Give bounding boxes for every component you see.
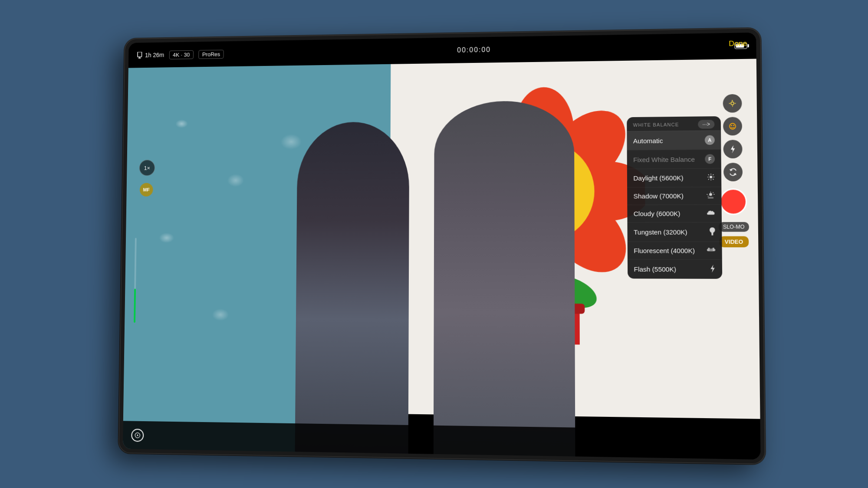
face-icon	[728, 121, 737, 130]
wb-item-fixed[interactable]: Fixed White Balance F	[627, 149, 721, 168]
tablet-screen: 1h 26m 4K · 30 ProRes 00:00:00 Done	[123, 32, 761, 459]
right-controls: SLO-MO VIDEO	[717, 94, 750, 247]
svg-rect-0	[138, 52, 142, 57]
wb-fixed-badge: F	[705, 154, 715, 164]
record-button[interactable]	[720, 188, 747, 215]
svg-line-25	[708, 174, 709, 175]
storage-icon	[137, 52, 142, 59]
storage-time: 1h 26m	[145, 51, 164, 58]
wb-title: WHITE BALANCE	[633, 122, 679, 128]
exposure-button[interactable]	[723, 94, 742, 112]
svg-point-20	[710, 176, 712, 178]
resolution-badge: 4K · 30	[169, 50, 193, 59]
svg-point-48	[733, 125, 735, 126]
wb-header: WHITE BALANCE ···>	[627, 116, 721, 131]
svg-line-27	[708, 179, 709, 180]
prores-badge: ProRes	[198, 49, 224, 59]
svg-point-29	[709, 193, 712, 196]
wb-flash-label: Flash (5500K)	[634, 265, 706, 273]
svg-marker-50	[137, 434, 138, 436]
white-balance-panel: WHITE BALANCE ···> Automatic A Fixed Whi…	[627, 116, 722, 278]
storage-indicator: 1h 26m	[137, 51, 164, 58]
flash-icon	[729, 144, 736, 153]
zoom-badge[interactable]: 1×	[139, 160, 155, 176]
exposure-icon	[728, 99, 737, 108]
svg-line-34	[708, 196, 709, 197]
wb-item-cloudy[interactable]: Cloudy (6000K)	[627, 204, 722, 222]
person-left-silhouette	[295, 121, 409, 454]
wb-daylight-icon	[707, 173, 715, 182]
wb-shadow-icon	[706, 191, 715, 200]
wb-item-fluorescent[interactable]: Fluorescent (4000K)	[628, 241, 722, 259]
wb-flash-icon	[710, 264, 716, 275]
svg-point-47	[731, 125, 732, 126]
svg-line-26	[713, 179, 714, 180]
wb-tube-icon	[707, 246, 716, 255]
bottom-bar	[123, 421, 761, 459]
done-button[interactable]: Done	[729, 39, 747, 48]
tablet-frame: 1h 26m 4K · 30 ProRes 00:00:00 Done	[118, 28, 765, 464]
status-left: 1h 26m 4K · 30 ProRes	[137, 49, 224, 59]
wb-item-tungsten[interactable]: Tungsten (3200K)	[627, 222, 722, 241]
person-right-silhouette	[434, 100, 575, 456]
wb-item-automatic[interactable]: Automatic A	[627, 130, 721, 150]
wb-fluorescent-label: Fluorescent (4000K)	[634, 247, 703, 254]
wb-bulb-icon	[709, 227, 716, 237]
wb-fixed-label: Fixed White Balance	[633, 155, 705, 163]
flip-icon	[729, 167, 738, 176]
wb-auto-badge: A	[705, 135, 715, 144]
wb-daylight-label: Daylight (5600K)	[633, 174, 703, 182]
svg-rect-35	[708, 197, 713, 198]
wb-shadow-label: Shadow (7000K)	[634, 192, 703, 200]
wb-tungsten-label: Tungsten (3200K)	[634, 228, 706, 236]
wb-item-shadow[interactable]: Shadow (7000K)	[627, 187, 722, 204]
wb-item-daylight[interactable]: Daylight (5600K)	[627, 168, 721, 187]
flip-camera-button[interactable]	[723, 163, 743, 181]
wb-automatic-label: Automatic	[633, 136, 705, 144]
video-mode-button[interactable]: VIDEO	[719, 236, 749, 247]
wb-item-flash[interactable]: Flash (5500K)	[628, 259, 722, 278]
svg-line-33	[713, 192, 713, 193]
svg-point-41	[731, 102, 734, 105]
timer-display: 00:00:00	[457, 46, 491, 54]
playback-icon	[135, 432, 141, 438]
svg-line-28	[713, 174, 714, 175]
playback-button[interactable]	[131, 428, 144, 441]
flash-button[interactable]	[723, 140, 743, 158]
face-button[interactable]	[723, 117, 742, 135]
viewfinder: FLORIS 1× MF WHITE BALANCE ···>	[123, 59, 761, 459]
wb-cloud-icon	[706, 209, 715, 217]
slo-mo-button[interactable]: SLO-MO	[718, 222, 749, 232]
wb-more-button[interactable]: ···>	[698, 120, 715, 129]
mf-badge[interactable]: MF	[140, 183, 153, 196]
wb-cloudy-label: Cloudy (6000K)	[634, 210, 703, 217]
